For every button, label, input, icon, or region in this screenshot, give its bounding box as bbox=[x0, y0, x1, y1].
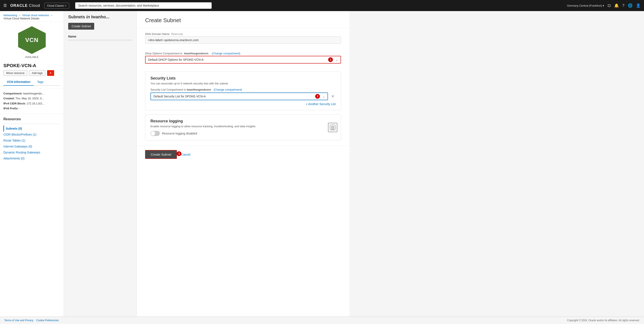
add-tags-button[interactable]: Add tags bbox=[29, 70, 46, 76]
topbar: ☰ ORACLE Cloud Cloud Classic > Germany C… bbox=[0, 0, 644, 11]
region-selector[interactable]: Germany Central (Frankfurt) ▾ bbox=[567, 4, 604, 7]
ipv6-value: - bbox=[19, 107, 20, 110]
footer-right: Copyright © 2024, Oracle and/or its affi… bbox=[567, 319, 640, 322]
created-value: Thu, May 16, 2024, 0... bbox=[15, 97, 44, 100]
tab-tags[interactable]: Tags bbox=[34, 78, 47, 86]
move-resource-button[interactable]: Move resource bbox=[4, 70, 27, 76]
breadcrumb-vcn-list[interactable]: Virtual cloud networks bbox=[22, 14, 49, 17]
dns-domain-input bbox=[145, 36, 341, 44]
subnets-title: Subnets in Iwanho... bbox=[68, 14, 132, 20]
svg-point-1 bbox=[331, 126, 332, 127]
svg-point-4 bbox=[331, 128, 332, 128]
resource-logging-toggle[interactable] bbox=[150, 131, 160, 136]
compartment-label: Compartment: bbox=[4, 92, 22, 95]
dhcp-change-compartment-link[interactable]: (Change compartment) bbox=[212, 52, 240, 55]
svg-point-8 bbox=[332, 129, 333, 130]
vcn-name: SPOKE-VCN-A bbox=[4, 63, 60, 68]
resource-item-internet-gateways[interactable]: Internet Gateways (0) bbox=[4, 144, 60, 150]
form-section-dhcp: Dhcp Options Compartment in IwanHoogendo… bbox=[136, 52, 350, 72]
dhcp-badge-1: 1 bbox=[328, 57, 333, 62]
search-bar bbox=[75, 2, 212, 9]
svg-point-6 bbox=[333, 128, 334, 128]
resource-logging-title: Resource logging bbox=[150, 119, 336, 124]
resource-item-route-tables[interactable]: Route Tables (1) bbox=[4, 138, 60, 144]
created-label: Created: bbox=[4, 97, 15, 100]
help-icon-button[interactable] bbox=[328, 123, 337, 132]
footer-left: Terms of Use and Privacy Cookie Preferen… bbox=[4, 319, 58, 322]
create-subnet-submit-button[interactable]: Create Subnet bbox=[145, 150, 177, 159]
security-lists-box: Security Lists You can associate up to 5… bbox=[145, 72, 341, 110]
dhcp-options-select[interactable]: Default DHCP Options for SPOKE-VCN-A bbox=[146, 56, 340, 63]
terminal-icon[interactable]: ⊡ bbox=[608, 3, 611, 8]
bell-icon[interactable]: 🔔 bbox=[614, 3, 619, 8]
more-actions-button[interactable]: ▾ bbox=[47, 70, 54, 76]
create-subnet-list-button[interactable]: Create Subnet bbox=[68, 23, 94, 30]
help-icon[interactable]: ? bbox=[622, 4, 624, 8]
form-section-dns: DNS Domain Name Read-only bbox=[136, 28, 350, 52]
user-icon[interactable]: 👤 bbox=[636, 3, 640, 8]
svg-point-3 bbox=[333, 126, 334, 127]
table-header-name: Name bbox=[68, 33, 132, 40]
menu-icon[interactable]: ☰ bbox=[4, 3, 7, 8]
globe-icon[interactable]: 🌐 bbox=[628, 3, 632, 8]
resource-item-attachments[interactable]: Attachments (0) bbox=[4, 156, 60, 161]
vcn-info-block: Compartment: IwanHoogendo... Created: Th… bbox=[0, 88, 64, 114]
resource-logging-description: Enable resource logging to allow resourc… bbox=[150, 125, 336, 128]
dns-readonly-label: Read-only bbox=[171, 32, 183, 36]
main-layout: Networking » Virtual cloud networks » Vi… bbox=[0, 11, 644, 324]
footer-badge-3: 3 bbox=[177, 151, 181, 156]
left-panel: Networking » Virtual cloud networks » Vi… bbox=[0, 11, 64, 324]
sl-badge-2: 2 bbox=[315, 94, 320, 99]
vcn-tabs: VCN Information Tags bbox=[4, 78, 60, 86]
tab-vcn-information[interactable]: VCN Information bbox=[4, 78, 34, 86]
vcn-actions: Move resource Add tags ▾ bbox=[4, 70, 60, 76]
add-security-list-button[interactable]: + Another Security List bbox=[306, 102, 336, 106]
vcn-title-block: SPOKE-VCN-A Move resource Add tags ▾ VCN… bbox=[0, 63, 64, 88]
breadcrumb: Networking » Virtual cloud networks » Vi… bbox=[0, 11, 64, 22]
security-list-select[interactable]: Default Security List for SPOKE-VCN-A bbox=[151, 93, 328, 100]
dhcp-row: Dhcp Options Compartment in IwanHoogendo… bbox=[145, 52, 341, 64]
security-lists-title: Security Lists bbox=[150, 76, 336, 80]
ipv4-value: 172.16.1.0/2... bbox=[27, 102, 44, 105]
sl-row: Default Security List for SPOKE-VCN-A 2 … bbox=[150, 92, 336, 100]
sl-remove-button[interactable]: ✕ bbox=[330, 93, 336, 99]
form-footer: Create Subnet 3 Cancel bbox=[136, 146, 350, 163]
vcn-status: AVAILABLE bbox=[25, 56, 38, 58]
svg-point-2 bbox=[332, 126, 333, 127]
create-subnet-panel: Create Subnet DNS Domain Name Read-only … bbox=[136, 11, 350, 324]
resources-section: Resources Subnets (0) CIDR Blocks/Prefix… bbox=[0, 114, 64, 165]
sl-change-compartment-link[interactable]: (Change compartment) bbox=[214, 88, 242, 91]
resource-item-subnets[interactable]: Subnets (0) bbox=[4, 126, 60, 132]
dhcp-select-wrapper: Default DHCP Options for SPOKE-VCN-A 1 bbox=[145, 56, 341, 64]
resources-title: Resources bbox=[4, 117, 60, 121]
toggle-label: Resource logging disabled bbox=[162, 132, 197, 135]
svg-point-9 bbox=[333, 129, 334, 130]
subnets-area: Subnets in Iwanho... Create Subnet Name bbox=[64, 11, 136, 324]
terms-link[interactable]: Terms of Use and Privacy bbox=[4, 319, 34, 322]
resource-item-cidr[interactable]: CIDR Blocks/Prefixes (1) bbox=[4, 132, 60, 138]
cloud-classic-button[interactable]: Cloud Classic > bbox=[44, 3, 69, 8]
svg-point-5 bbox=[332, 128, 333, 128]
bottom-bar: Terms of Use and Privacy Cookie Preferen… bbox=[0, 316, 644, 324]
security-lists-description: You can associate up to 5 network securi… bbox=[150, 82, 336, 85]
toggle-row: Resource logging disabled bbox=[150, 131, 336, 136]
cancel-link[interactable]: Cancel bbox=[181, 153, 190, 156]
vcn-header: VCN AVAILABLE bbox=[0, 22, 64, 63]
topbar-right: Germany Central (Frankfurt) ▾ ⊡ 🔔 ? 🌐 👤 bbox=[567, 3, 640, 8]
vcn-logo: VCN bbox=[18, 26, 46, 54]
ipv6-label: IPv6 Prefix: bbox=[4, 107, 18, 110]
resource-item-drg[interactable]: Dynamic Routing Gateways bbox=[4, 150, 60, 156]
breadcrumb-current: Virtual Cloud Network Details bbox=[4, 17, 40, 20]
sl-compartment-label: Security List Compartment in IwanHoogend… bbox=[150, 88, 336, 91]
subnets-empty bbox=[68, 40, 132, 50]
oracle-logo: ORACLE Cloud bbox=[10, 4, 40, 8]
dns-domain-row: DNS Domain Name Read-only bbox=[145, 32, 341, 44]
breadcrumb-networking[interactable]: Networking bbox=[4, 14, 17, 17]
cookies-link[interactable]: Cookie Preferences bbox=[36, 319, 58, 322]
compartment-value: IwanHoogendo... bbox=[23, 92, 44, 95]
ipv4-label: IPv4 CIDR Block: bbox=[4, 102, 26, 105]
panel-title: Create Subnet bbox=[136, 11, 350, 28]
resource-logging-box: Resource logging Enable resource logging… bbox=[145, 114, 341, 140]
search-input[interactable] bbox=[75, 2, 212, 9]
svg-point-7 bbox=[331, 129, 332, 130]
